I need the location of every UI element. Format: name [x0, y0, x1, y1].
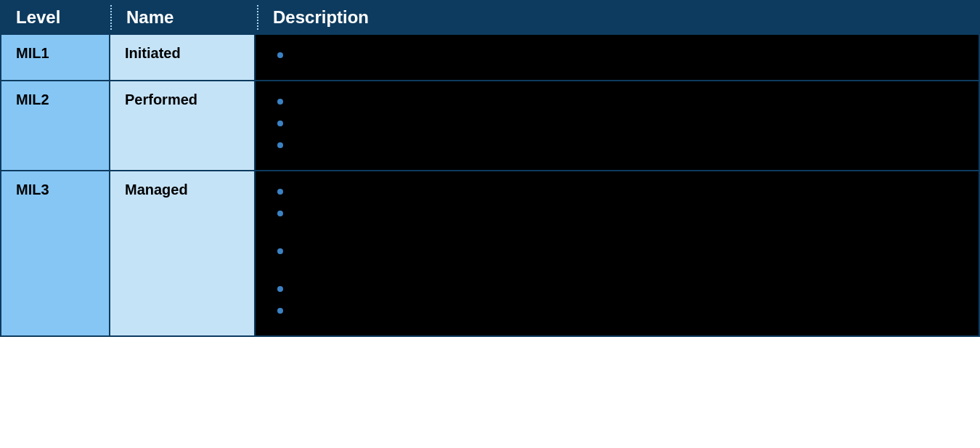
- header-description: Description: [258, 1, 979, 33]
- table-row: MIL1 Initiated: [1, 33, 979, 80]
- bullet-item: [277, 244, 957, 273]
- cell-name: Initiated: [110, 35, 256, 80]
- bullet-icon: [277, 211, 283, 216]
- bullet-item: [277, 48, 957, 61]
- cell-name: Performed: [110, 81, 256, 170]
- bullet-item: [277, 116, 957, 129]
- cell-level: MIL2: [1, 81, 110, 170]
- cell-level: MIL3: [1, 171, 110, 335]
- bullet-icon: [277, 99, 283, 105]
- bullet-icon: [277, 308, 283, 314]
- table-row: MIL3 Managed: [1, 170, 979, 335]
- bullet-icon: [277, 142, 283, 148]
- bullet-item: [277, 206, 957, 235]
- bullet-icon: [277, 286, 283, 292]
- bullet-icon: [277, 121, 283, 126]
- header-name: Name: [112, 1, 257, 33]
- bullet-icon: [277, 52, 283, 58]
- cell-name: Managed: [110, 171, 256, 335]
- bullet-item: [277, 282, 957, 295]
- bullet-item: [277, 184, 957, 197]
- maturity-level-table: Level Name Description MIL1 Initiated MI…: [0, 0, 980, 337]
- cell-level: MIL1: [1, 35, 110, 80]
- bullet-item: [277, 94, 957, 107]
- table-row: MIL2 Performed: [1, 80, 979, 170]
- bullet-item: [277, 138, 957, 151]
- cell-description: [256, 171, 979, 335]
- cell-description: [256, 81, 979, 170]
- bullet-icon: [277, 189, 283, 195]
- bullet-item: [277, 304, 957, 317]
- table-header-row: Level Name Description: [1, 1, 979, 33]
- bullet-icon: [277, 248, 283, 254]
- header-level: Level: [1, 1, 110, 33]
- cell-description: [256, 35, 979, 80]
